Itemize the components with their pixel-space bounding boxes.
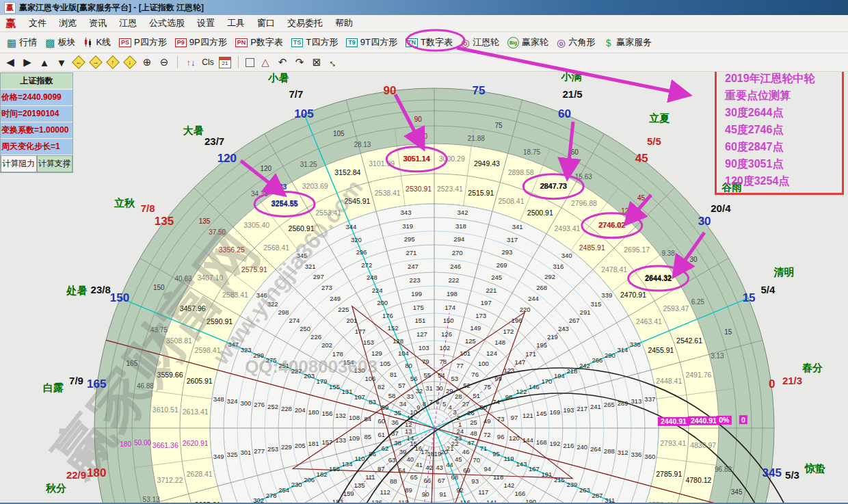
toolbar-item-K线[interactable]: K线 xyxy=(81,35,114,50)
triangle-draw-icon[interactable]: △ xyxy=(259,56,271,68)
toolbar-item-赢家服务[interactable]: ＄赢家服务 xyxy=(600,35,654,50)
calc-support-button[interactable]: 计算支撑 xyxy=(37,155,73,172)
svg-text:36: 36 xyxy=(391,419,399,426)
square-draw-icon[interactable] xyxy=(246,58,254,67)
svg-text:2785.91: 2785.91 xyxy=(656,470,682,478)
svg-text:2538.41: 2538.41 xyxy=(375,189,401,197)
svg-text:3712.22: 3712.22 xyxy=(157,476,183,484)
rotate-cw-icon[interactable]: ↷ xyxy=(293,56,306,68)
svg-text:247: 247 xyxy=(408,263,419,270)
menu-item-交易委托[interactable]: 交易委托 xyxy=(281,16,329,31)
toolbar-item-T数字表[interactable]: TNT数字表 xyxy=(403,35,455,50)
svg-text:80: 80 xyxy=(405,362,412,369)
svg-text:30: 30 xyxy=(436,384,443,392)
toolbar-label: 六角形 xyxy=(568,36,595,49)
toolbar-item-P数字表[interactable]: PNP数字表 xyxy=(233,35,286,50)
menu-item-工具[interactable]: 工具 xyxy=(221,16,251,31)
toolbar-item-T四方形[interactable]: TST四方形 xyxy=(289,35,341,50)
svg-text:白露: 白露 xyxy=(43,382,64,393)
key-levels-annotation-box: 2019年江恩轮中轮重要点位测算30度2644点45度2746点60度2847点… xyxy=(715,72,844,195)
pan-up-icon[interactable]: ↑ xyxy=(106,55,120,69)
svg-text:春分: 春分 xyxy=(801,362,823,373)
svg-text:173: 173 xyxy=(475,312,486,319)
svg-text:179: 179 xyxy=(317,377,328,385)
menu-item-江恩[interactable]: 江恩 xyxy=(113,16,143,31)
svg-text:314: 314 xyxy=(617,346,628,354)
gann-wheel-chart[interactable]: 1234567891011121314151617181920212223242… xyxy=(0,72,848,504)
calendar-icon[interactable]: 21 xyxy=(219,57,231,68)
fit-resize-icon[interactable]: ↔ xyxy=(328,56,340,68)
pan-down-icon[interactable]: ↓ xyxy=(123,55,137,69)
svg-text:181: 181 xyxy=(308,440,319,447)
svg-text:23/7: 23/7 xyxy=(204,135,224,147)
toolbar-item-江恩轮[interactable]: ◎江恩轮 xyxy=(458,35,502,50)
svg-text:317: 317 xyxy=(507,236,518,243)
toolbar-label: 9T四方形 xyxy=(360,36,397,49)
svg-text:103: 103 xyxy=(419,344,429,352)
svg-text:22/9: 22/9 xyxy=(66,469,86,481)
toolbar-item-P四方形[interactable]: PSP四方形 xyxy=(116,35,170,50)
menu-item-公式选股[interactable]: 公式选股 xyxy=(143,16,191,31)
ps-square-icon: PS xyxy=(119,38,131,47)
menu-item-文件[interactable]: 文件 xyxy=(23,16,53,31)
svg-text:2508.41: 2508.41 xyxy=(499,197,525,205)
svg-text:8: 8 xyxy=(423,400,426,408)
rotate-ccw-icon[interactable]: ↶ xyxy=(276,56,289,68)
svg-text:271: 271 xyxy=(406,249,416,256)
delete-box-icon[interactable]: ⊠ xyxy=(310,56,323,68)
svg-text:224: 224 xyxy=(372,287,383,294)
menu-item-设置[interactable]: 设置 xyxy=(191,16,221,31)
svg-text:5/3: 5/3 xyxy=(785,469,799,481)
cls-button[interactable]: Cls xyxy=(202,56,214,68)
up-arrow-icon[interactable]: ▲ xyxy=(38,56,51,68)
svg-text:97: 97 xyxy=(511,414,518,421)
svg-text:3203.69: 3203.69 xyxy=(302,182,328,190)
toolbar-item-行情[interactable]: ▦行情 xyxy=(4,35,40,50)
sectors-icon: ▩ xyxy=(45,38,55,48)
pan-right-icon[interactable]: → xyxy=(89,55,103,69)
menu-item-帮助[interactable]: 帮助 xyxy=(329,16,359,31)
pan-left-icon[interactable]: ← xyxy=(72,55,85,69)
menu-item-窗口[interactable]: 窗口 xyxy=(251,16,281,31)
svg-text:79: 79 xyxy=(422,358,429,365)
svg-text:325: 325 xyxy=(227,451,238,458)
main-toolbar: ▦行情▩板块K线PSP四方形P99P四方形PNP数字表TST四方形T99T四方形… xyxy=(0,32,848,53)
menu-item-资讯[interactable]: 资讯 xyxy=(83,16,113,31)
zoom-in-icon[interactable]: ⊕ xyxy=(141,56,153,68)
zoom-out-icon[interactable]: ⊖ xyxy=(158,56,170,68)
svg-text:2: 2 xyxy=(456,414,460,421)
svg-text:2500.91: 2500.91 xyxy=(527,209,553,217)
toolbar-item-赢家轮[interactable]: Big赢家轮 xyxy=(505,35,551,50)
svg-text:168: 168 xyxy=(536,438,547,446)
toolbar-label: 赢家轮 xyxy=(522,36,548,49)
back-arrow-icon[interactable]: ◀ xyxy=(4,56,16,68)
calc-resistance-button[interactable]: 计算阻力 xyxy=(1,155,37,172)
svg-text:180: 180 xyxy=(308,408,319,416)
svg-text:241: 241 xyxy=(590,403,601,410)
svg-text:318: 318 xyxy=(455,222,466,230)
svg-text:38: 38 xyxy=(394,439,401,447)
down-arrow-icon[interactable]: ▼ xyxy=(55,56,68,68)
svg-text:7: 7 xyxy=(429,398,432,406)
svg-text:301: 301 xyxy=(240,449,251,456)
svg-text:78: 78 xyxy=(440,358,447,365)
svg-text:24: 24 xyxy=(456,427,464,435)
menu-item-浏览[interactable]: 浏览 xyxy=(53,16,83,31)
svg-text:3661.36: 3661.36 xyxy=(153,441,178,449)
toolbar-separator xyxy=(177,56,178,68)
toolbar-item-9T四方形[interactable]: T99T四方形 xyxy=(343,35,400,50)
toolbar-item-9P四方形[interactable]: P99P四方形 xyxy=(172,35,230,50)
toolbar-label: 9P四方形 xyxy=(189,36,227,49)
svg-text:108: 108 xyxy=(349,414,360,421)
svg-text:42: 42 xyxy=(425,464,433,471)
svg-text:40: 40 xyxy=(406,455,414,463)
toolbar-item-板块[interactable]: ▩板块 xyxy=(42,35,78,50)
svg-text:267: 267 xyxy=(569,317,580,324)
updown-marker-icon[interactable]: ↑↓ xyxy=(185,56,197,68)
forward-arrow-icon[interactable]: ▶ xyxy=(21,56,34,68)
svg-text:135: 135 xyxy=(354,481,365,489)
toolbar-item-六角形[interactable]: ◎六角形 xyxy=(554,35,598,50)
svg-text:273: 273 xyxy=(321,284,332,291)
svg-text:54: 54 xyxy=(438,371,445,379)
svg-text:223: 223 xyxy=(410,276,421,284)
